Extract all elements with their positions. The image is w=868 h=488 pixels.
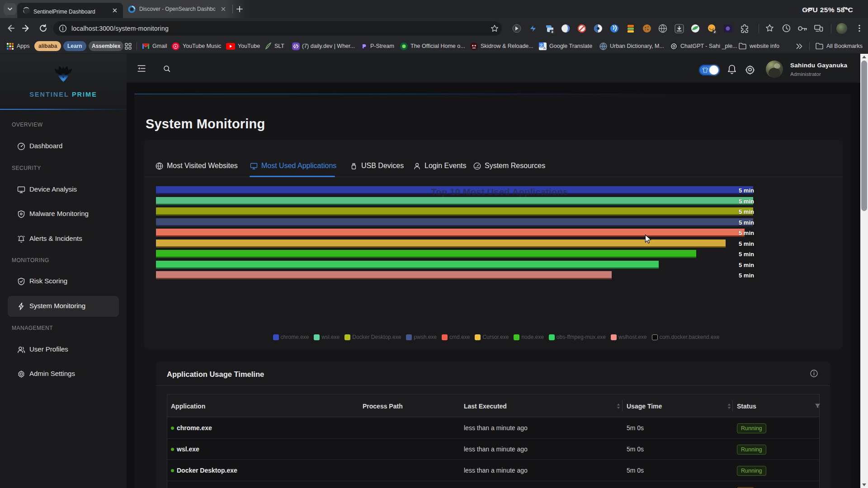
svg-text:2: 2	[714, 30, 716, 34]
svg-text:3: 3	[551, 30, 553, 34]
svg-text:文: 文	[540, 43, 543, 47]
svg-text:A: A	[543, 46, 546, 50]
